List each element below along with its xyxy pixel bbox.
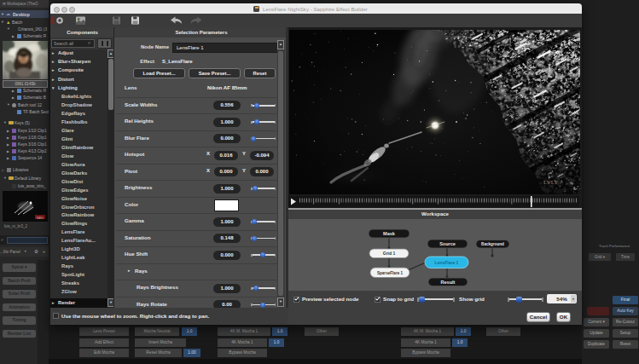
svg-text:Result: Result <box>441 280 456 285</box>
svg-text:Background: Background <box>481 242 504 246</box>
svg-text:LensFlare 1: LensFlare 1 <box>435 260 459 265</box>
svg-text:LVLY: LVLY <box>543 179 558 186</box>
svg-text:Mask: Mask <box>383 231 396 236</box>
svg-text:Grid 1: Grid 1 <box>383 251 396 256</box>
svg-text:SparseFlare 1: SparseFlare 1 <box>377 271 404 275</box>
svg-text:Source: Source <box>439 241 456 246</box>
svg-text:NED: NED <box>37 216 44 220</box>
